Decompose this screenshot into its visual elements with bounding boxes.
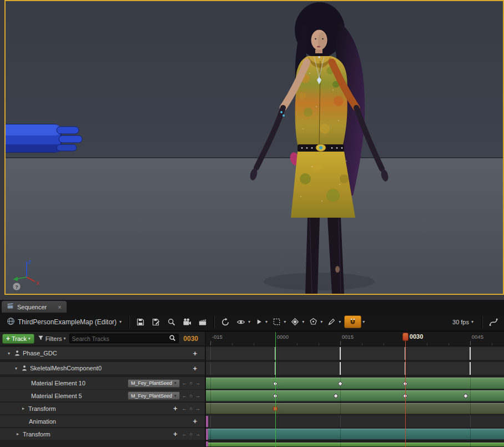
search-tracks-input[interactable] (72, 335, 168, 342)
track-row-header[interactable]: ▸Transform+←○→ (0, 403, 205, 415)
snapping-options-button[interactable]: ▾ (343, 315, 366, 329)
filters-button[interactable]: Filters ▾ (38, 335, 66, 342)
minor-tick (448, 343, 449, 345)
play-icon (254, 317, 264, 327)
search-tracks-box[interactable] (69, 334, 179, 343)
track-row-header[interactable]: Animation+ (0, 415, 205, 428)
expander-icon[interactable]: ▸ (22, 406, 28, 411)
tag-icon (308, 317, 319, 327)
track-row-header[interactable]: ▸Transform+←○→ (0, 428, 205, 440)
restore-state-button[interactable] (218, 315, 233, 329)
map-selector-label: ThirdPersonExampleMap (Editor) (18, 318, 117, 326)
tab-close-icon[interactable]: × (58, 304, 61, 310)
edit-options-button[interactable]: ▾ (325, 315, 342, 329)
track-section[interactable] (206, 378, 504, 389)
add-key-button[interactable]: ○ (190, 431, 193, 437)
track-timeline[interactable] (206, 362, 504, 375)
select-edit-options-button[interactable]: ▾ (270, 315, 287, 329)
add-track-button[interactable]: + Track ▾ (2, 334, 34, 344)
prev-key-button[interactable]: ← (182, 380, 187, 386)
save-button[interactable] (133, 315, 148, 329)
magnet-icon (344, 315, 361, 328)
create-camera-button[interactable] (180, 315, 194, 329)
timeline-ruler[interactable]: -0150000001500450030 (206, 332, 504, 346)
expander-icon[interactable]: ▾ (15, 366, 21, 371)
find-in-content-browser-button[interactable] (164, 315, 179, 329)
next-key-button[interactable]: → (195, 393, 200, 399)
track-row (0, 441, 504, 447)
view-options-button[interactable]: ▾ (234, 315, 251, 329)
playhead-marker[interactable] (402, 333, 409, 341)
diamond-icon (289, 317, 301, 327)
caret-down-icon: ▾ (339, 320, 341, 324)
level-viewport[interactable]: Z X ? (4, 0, 504, 295)
sequencer-tab-bar: Sequencer × (0, 300, 504, 313)
timeline-gridline (470, 390, 471, 402)
next-key-button[interactable]: → (195, 431, 200, 437)
panel-splitter[interactable] (205, 332, 206, 447)
axis-y-arrow (13, 277, 18, 282)
add-button[interactable]: + (193, 349, 197, 358)
keyframe-options-button[interactable]: ▾ (288, 315, 305, 329)
add-key-button[interactable]: ○ (190, 393, 193, 399)
section-edge (206, 441, 208, 446)
track-label: Phase_GDC (23, 350, 57, 356)
track-timeline[interactable] (206, 347, 504, 360)
fps-selector[interactable]: 30 fps ▾ (448, 319, 478, 325)
add-key-button[interactable]: ○ (190, 380, 193, 386)
add-button[interactable]: + (193, 417, 197, 425)
sequencer-panel: Sequencer × ThirdPersonExampleMap (Edito… (0, 300, 504, 447)
tab-sequencer[interactable]: Sequencer × (2, 301, 67, 313)
track-timeline[interactable] (206, 390, 504, 402)
add-track-label: Track (12, 335, 27, 342)
expander-icon[interactable]: ▸ (17, 431, 23, 436)
help-glyph: ? (15, 284, 18, 290)
track-section[interactable] (206, 390, 504, 401)
track-section[interactable] (206, 403, 504, 414)
track-timeline[interactable] (206, 428, 504, 440)
aggregate-key-marker (340, 362, 341, 375)
minor-tick (427, 343, 427, 345)
save-as-button[interactable] (149, 315, 163, 329)
timeline-gridline (470, 403, 471, 415)
map-selector[interactable]: ThirdPersonExampleMap (Editor) ▾ (3, 315, 125, 329)
add-button[interactable]: + (173, 430, 178, 438)
track-row-header[interactable]: Material Element 10M_Fey_PlantSeed▾←○→ (0, 377, 205, 390)
track-timeline[interactable] (206, 441, 504, 447)
search-icon (169, 334, 176, 344)
track-row: Material Element 5M_Fey_PlantSeed▾←○→ (0, 390, 504, 402)
next-key-button[interactable]: → (195, 406, 200, 411)
add-button[interactable]: + (193, 364, 197, 373)
toolbar-separator (129, 316, 129, 328)
saveas-icon (150, 317, 162, 328)
track-timeline[interactable] (206, 403, 504, 415)
track-timeline[interactable] (206, 415, 504, 428)
current-time-display[interactable]: 0030 (182, 335, 203, 343)
playback-options-button[interactable]: ▾ (253, 315, 269, 329)
next-key-button[interactable]: → (195, 380, 200, 386)
track-row-header[interactable]: ▾SkeletalMeshComponent0+ (0, 362, 205, 375)
prev-key-button[interactable]: ← (182, 393, 187, 399)
timeline-gridline (470, 377, 471, 390)
expander-icon[interactable]: ▾ (8, 351, 14, 356)
add-key-button[interactable]: ○ (190, 406, 193, 411)
caret-down-icon: ▾ (119, 320, 122, 324)
timeline-gridline (210, 362, 211, 375)
material-asset-select[interactable]: M_Fey_PlantSeed▾ (128, 391, 180, 400)
track-row-header[interactable]: Material Element 5M_Fey_PlantSeed▾←○→ (0, 390, 205, 402)
render-movie-button[interactable] (195, 315, 210, 329)
track-section[interactable] (206, 429, 504, 440)
filters-label: Filters (46, 335, 62, 342)
track-section[interactable] (206, 443, 504, 446)
add-button[interactable]: + (173, 404, 178, 413)
track-timeline[interactable] (206, 377, 504, 390)
curve-editor-button[interactable] (486, 315, 501, 329)
prev-key-button[interactable]: ← (182, 406, 187, 411)
minor-tick (232, 343, 233, 345)
prev-key-button[interactable]: ← (182, 431, 187, 437)
caret-down-icon: ▾ (362, 320, 365, 324)
auto-key-options-button[interactable]: ▾ (306, 315, 324, 329)
track-row-header[interactable]: ▾Phase_GDC+ (0, 347, 205, 360)
material-asset-select[interactable]: M_Fey_PlantSeed▾ (128, 379, 180, 388)
funnel-icon (38, 335, 44, 342)
